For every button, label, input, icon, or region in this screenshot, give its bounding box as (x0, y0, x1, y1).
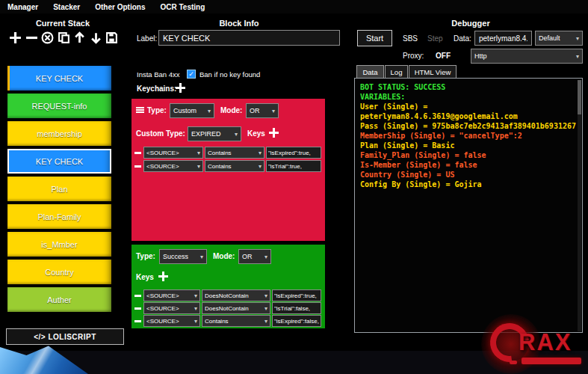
keychain-type-select[interactable]: Custom ▾ (170, 103, 214, 118)
menu-stacker[interactable]: Stacker (53, 3, 80, 11)
stack-block-request-info[interactable]: REQUEST-info (7, 94, 111, 118)
type-caption: Type: (136, 252, 155, 260)
menu-ocr-testing[interactable]: OCR Testing (161, 3, 205, 11)
stack-block-membership[interactable]: membership (7, 121, 111, 146)
proxy-type-select[interactable]: Http ▾ (471, 49, 583, 64)
key-condition-select[interactable]: Contains ▾ (205, 160, 264, 172)
remove-key-icon[interactable] (134, 295, 141, 297)
delete-block-icon[interactable] (41, 31, 54, 44)
remove-key-icon[interactable] (134, 165, 141, 168)
key-value-input[interactable] (266, 160, 321, 172)
chevron-down-icon: ▾ (194, 318, 197, 325)
console-line: MemberShip (Single) = "cancelType":2 (360, 131, 577, 141)
clone-block-icon[interactable] (58, 31, 70, 44)
save-stack-icon[interactable] (105, 31, 118, 44)
stack-block-auther[interactable]: Auther (7, 287, 111, 312)
chevron-down-icon: ▾ (194, 292, 197, 299)
sbs-toggle[interactable]: SBS (403, 34, 418, 43)
crax-logo: RAX (487, 314, 588, 374)
add-keychain-icon[interactable] (176, 83, 185, 93)
stack-block-key-check-1[interactable]: KEY CHECK (7, 66, 111, 91)
custom-type-select[interactable]: EXPIRED ▾ (188, 126, 241, 141)
keychain-mode-select[interactable]: OR ▾ (238, 249, 271, 264)
stack-block-label: KEY CHECK (36, 157, 83, 166)
logo-dot (510, 361, 517, 364)
move-up-icon[interactable] (73, 31, 86, 44)
key-value-input[interactable] (272, 315, 321, 327)
console-line: User (Single) = (360, 102, 577, 111)
step-button[interactable]: Step (427, 34, 443, 43)
stack-block-label: Auther (47, 295, 71, 304)
keychain-mode-select[interactable]: OR ▾ (246, 103, 279, 118)
loliscript-button[interactable]: </> LOLISCRIPT (6, 328, 124, 345)
drag-handle-icon[interactable] (136, 107, 144, 114)
chevron-down-icon: ▾ (264, 305, 267, 312)
console-scrollbar[interactable] (578, 80, 581, 331)
move-down-icon[interactable] (90, 31, 102, 44)
key-value-input[interactable] (272, 289, 321, 301)
chevron-down-icon: ▾ (259, 150, 261, 156)
key-source-select[interactable]: <SOURCE> ▾ (143, 147, 203, 159)
menu-manager[interactable]: Manager (7, 3, 38, 11)
console-line: VARIABLES: (360, 92, 577, 102)
mode-caption: Mode: (213, 252, 235, 260)
stack-block-label: Plan (51, 185, 67, 194)
key-source-select[interactable]: <SOURCE> ▾ (143, 289, 200, 301)
key-value-input[interactable] (266, 147, 321, 159)
tab-log[interactable]: Log (385, 65, 408, 78)
stack-toolbar (9, 29, 118, 46)
start-button[interactable]: Start (357, 30, 392, 46)
console-line: BOT STATUS: SUCCESS (360, 82, 577, 92)
add-key-icon[interactable] (158, 272, 168, 281)
stack-block-country[interactable]: Country (7, 260, 111, 284)
remove-block-icon[interactable] (25, 31, 38, 44)
chevron-down-icon: ▾ (264, 318, 267, 325)
logo-underline-bar (522, 358, 581, 364)
console-line: peterlyman8.4.6.3619@googlemail.com (360, 111, 577, 121)
chevron-down-icon: ▾ (200, 254, 203, 260)
remove-key-icon[interactable] (134, 307, 141, 310)
stack-block-label: is_Mmber (41, 240, 77, 249)
chevron-down-icon: ▾ (197, 150, 200, 156)
add-block-icon[interactable] (9, 31, 22, 44)
keychain-type-select[interactable]: Success ▾ (159, 249, 207, 264)
key-condition-select[interactable]: DoesNotContain ▾ (202, 289, 270, 301)
wordlist-type-select[interactable]: Default ▾ (535, 31, 583, 46)
stack-block-label: Plan-Family (37, 212, 81, 221)
key-source-select[interactable]: <SOURCE> ▾ (143, 160, 203, 172)
console-line: Config By (Single) = Gojira (360, 180, 577, 189)
mode-caption: Mode: (220, 106, 242, 114)
tab-html-view[interactable]: HTML View (409, 65, 457, 78)
chevron-down-icon: ▾ (576, 53, 579, 60)
ban-no-key-checkbox[interactable]: ✓ (187, 70, 196, 79)
key-condition-select[interactable]: Contains ▾ (205, 147, 264, 159)
key-source-select[interactable]: <SOURCE> ▾ (143, 315, 200, 327)
proxy-toggle[interactable]: OFF (436, 52, 451, 60)
keychains-caption: Keychains: (137, 85, 176, 93)
ban-no-key-label: Ban if no key found (199, 70, 260, 79)
data-caption: Data: (454, 34, 471, 43)
key-source-select[interactable]: <SOURCE> ▾ (143, 302, 200, 314)
tab-data[interactable]: Data (356, 65, 384, 78)
stack-block-is-member[interactable]: is_Mmber (7, 232, 111, 257)
stack-block-key-check-2-selected[interactable]: KEY CHECK (7, 149, 111, 174)
key-value-input[interactable] (272, 302, 321, 314)
debugger-console[interactable]: BOT STATUS: SUCCESS VARIABLES: User (Sin… (354, 78, 583, 333)
proxy-caption: Proxy: (403, 52, 424, 60)
remove-key-icon[interactable] (134, 152, 141, 154)
debug-data-input[interactable] (474, 31, 532, 46)
key-condition-select[interactable]: Contains ▾ (202, 315, 270, 327)
remove-key-icon[interactable] (134, 320, 141, 322)
add-key-icon[interactable] (269, 128, 279, 138)
block-label-input[interactable] (158, 30, 340, 46)
chevron-down-icon: ▾ (272, 108, 275, 114)
menu-other-options[interactable]: Other Options (95, 3, 145, 11)
key-condition-select[interactable]: DoesNotContain ▾ (202, 302, 270, 314)
type-caption: Type: (147, 106, 167, 114)
chevron-down-icon: ▾ (264, 292, 267, 299)
stack-block-label: membership (37, 129, 82, 138)
stack-block-plan[interactable]: Plan (7, 177, 111, 201)
label-caption: Label: (137, 34, 157, 43)
insta-ban-label: Insta Ban 4xx (137, 70, 180, 79)
stack-block-plan-family[interactable]: Plan-Family (7, 204, 111, 229)
